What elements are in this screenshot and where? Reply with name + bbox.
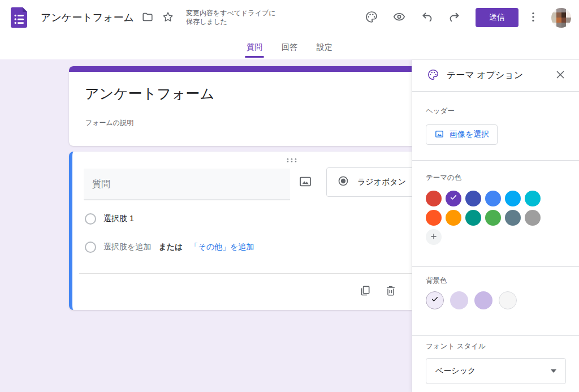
- trash-icon: [384, 285, 397, 299]
- theme-color-swatch-indigo[interactable]: [465, 191, 481, 206]
- save-status-line1: 変更内容をすべてドライブに: [186, 9, 276, 18]
- image-icon: [298, 182, 313, 191]
- folder-icon: [141, 11, 154, 25]
- image-icon: [434, 129, 444, 141]
- check-icon: [449, 193, 458, 204]
- add-other-link[interactable]: 「その他」を追加: [190, 242, 254, 252]
- star-button[interactable]: [158, 7, 178, 28]
- redo-icon: [448, 10, 461, 25]
- google-forms-app: アンケートフォーム 変更内容をすべてドライブに 保存しました: [0, 0, 579, 392]
- send-button[interactable]: 送信: [476, 8, 518, 27]
- kebab-menu-icon: [526, 10, 540, 25]
- tab-questions-label: 質問: [247, 42, 262, 53]
- drag-handle-icon[interactable]: [286, 158, 297, 163]
- more-options-button[interactable]: [522, 6, 545, 29]
- document-title[interactable]: アンケートフォーム: [41, 11, 134, 24]
- toolbar: アンケートフォーム 変更内容をすべてドライブに 保存しました: [0, 0, 579, 35]
- close-icon: [554, 68, 567, 83]
- theme-color-swatch-green[interactable]: [485, 210, 501, 226]
- palette-icon: [427, 68, 439, 83]
- option-row-1: 選択肢 1: [85, 212, 134, 226]
- theme-color-swatch-teal[interactable]: [465, 210, 481, 226]
- font-style-value: ベーシック: [435, 366, 476, 376]
- font-style-label: フォント スタイル: [426, 342, 565, 351]
- account-avatar[interactable]: [551, 8, 571, 28]
- delete-question-button[interactable]: [378, 279, 403, 304]
- forms-logo-icon[interactable]: [8, 6, 31, 29]
- theme-color-grid: [426, 191, 541, 245]
- theme-color-swatch-blue[interactable]: [485, 191, 501, 206]
- theme-options-panel: テーマ オプション ヘッダー 画像を選択 テーマの色: [412, 59, 579, 392]
- background-swatch-medium[interactable]: [450, 291, 468, 309]
- radio-button-icon: [337, 175, 349, 189]
- header-image-section: ヘッダー 画像を選択: [412, 92, 579, 161]
- theme-color-swatch-purple-selected[interactable]: [446, 191, 461, 206]
- customize-theme-button[interactable]: [357, 4, 385, 31]
- save-status-line2: 保存しました: [186, 18, 276, 26]
- background-color-label: 背景色: [426, 276, 565, 286]
- theme-color-swatch-orange[interactable]: [446, 210, 461, 226]
- duplicate-icon: [358, 284, 371, 299]
- font-style-section: フォント スタイル ベーシック: [412, 336, 579, 384]
- duplicate-question-button[interactable]: [352, 279, 377, 304]
- form-title-field[interactable]: アンケートフォーム: [85, 85, 214, 102]
- add-custom-color-button[interactable]: [426, 229, 442, 245]
- star-icon: [162, 11, 174, 25]
- background-color-row: [426, 291, 565, 309]
- font-style-dropdown[interactable]: ベーシック: [426, 358, 566, 384]
- save-status[interactable]: 変更内容をすべてドライブに 保存しました: [186, 9, 276, 26]
- palette-icon: [365, 10, 378, 25]
- plus-icon: [429, 231, 439, 243]
- header: アンケートフォーム 変更内容をすべてドライブに 保存しました: [0, 0, 579, 59]
- undo-button[interactable]: [413, 4, 440, 31]
- move-to-folder-button[interactable]: [137, 7, 158, 28]
- choose-image-label: 画像を選択: [450, 130, 489, 140]
- preview-button[interactable]: [385, 4, 413, 31]
- theme-color-swatch-gray[interactable]: [525, 210, 541, 226]
- background-swatch-dark[interactable]: [474, 291, 492, 309]
- tab-questions[interactable]: 質問: [244, 35, 265, 59]
- form-editor-area: アンケートフォーム フォームの説明 ラジオボタン 選択肢 1: [0, 59, 579, 392]
- background-swatch-neutral[interactable]: [499, 291, 517, 309]
- radio-circle-icon: [85, 213, 96, 225]
- question-title-input[interactable]: [84, 169, 290, 200]
- theme-color-swatch-cyan[interactable]: [525, 191, 541, 206]
- chevron-down-icon: [551, 369, 556, 373]
- background-color-section: 背景色: [412, 267, 579, 336]
- tab-settings-label: 設定: [317, 42, 332, 53]
- undo-icon: [420, 10, 434, 25]
- redo-button[interactable]: [440, 4, 468, 31]
- tab-bar: 質問 回答 設定: [0, 35, 579, 59]
- question-type-value: ラジオボタン: [357, 177, 406, 187]
- theme-panel-header: テーマ オプション: [412, 60, 579, 92]
- theme-color-section: テーマの色: [412, 161, 579, 267]
- add-option-button[interactable]: 選択肢を追加: [103, 242, 151, 252]
- theme-color-swatch-deeporange[interactable]: [426, 210, 442, 226]
- radio-circle-icon: [85, 242, 96, 253]
- theme-color-swatch-red[interactable]: [426, 191, 442, 206]
- theme-color-swatch-lightblue[interactable]: [505, 191, 521, 206]
- tab-responses-label: 回答: [282, 42, 297, 53]
- close-panel-button[interactable]: [551, 66, 570, 85]
- background-swatch-light-selected[interactable]: [426, 291, 444, 309]
- header-section-label: ヘッダー: [426, 106, 565, 116]
- option-row-add: 選択肢を追加 または 「その他」を追加: [85, 240, 254, 254]
- tab-settings[interactable]: 設定: [314, 35, 335, 59]
- active-tab-indicator: [245, 56, 264, 58]
- check-icon: [430, 295, 439, 306]
- theme-color-swatch-bluegray[interactable]: [505, 210, 521, 226]
- theme-panel-title: テーマ オプション: [447, 70, 551, 81]
- eye-icon: [392, 10, 406, 25]
- option-1-label[interactable]: 選択肢 1: [103, 214, 134, 224]
- tab-responses[interactable]: 回答: [279, 35, 300, 59]
- form-description-field[interactable]: フォームの説明: [85, 118, 133, 128]
- theme-color-label: テーマの色: [426, 173, 565, 183]
- or-label: または: [158, 242, 183, 252]
- choose-image-button[interactable]: 画像を選択: [426, 124, 498, 145]
- add-image-button[interactable]: [298, 174, 313, 189]
